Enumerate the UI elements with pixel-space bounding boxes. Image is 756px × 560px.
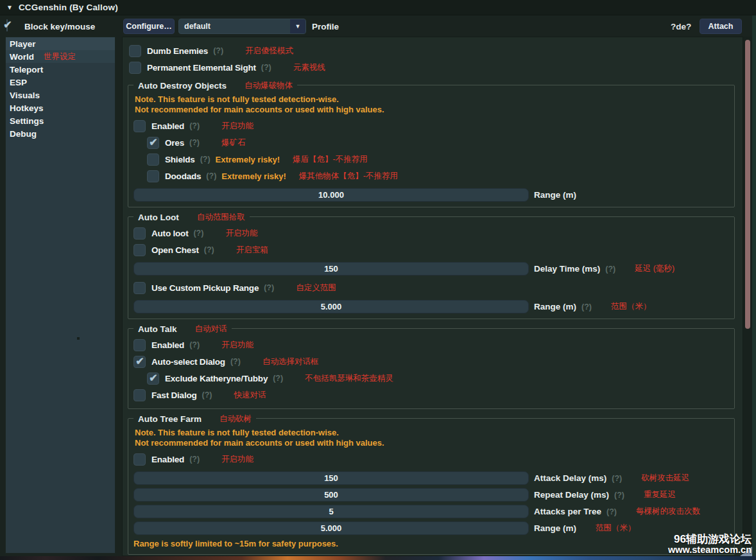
help-hint[interactable]: (?) (606, 507, 617, 516)
row-label: Use Custom Pickup Range (151, 283, 259, 293)
world-settings-panel: Dumb Enemies (?) 开启傻怪模式 Permanent Elemen… (122, 37, 743, 556)
sidebar-item-teleport[interactable]: Teleport (6, 63, 115, 76)
enabled-checkbox[interactable] (133, 120, 146, 132)
tree-range-slider[interactable]: 5.000 (133, 521, 529, 535)
permanent-elemental-sight-checkbox[interactable] (129, 62, 141, 74)
auto-select-dialog-checkbox[interactable] (133, 356, 146, 368)
auto-loot-checkbox[interactable] (133, 227, 146, 240)
slider-row-range: 5.000 Range (m) 范围（米） (133, 521, 729, 535)
slider-label: Attack Delay (ms) (534, 473, 606, 483)
pickup-range-slider[interactable]: 5.000 (133, 300, 529, 313)
help-hint[interactable]: (?) (581, 302, 592, 311)
group-cn-note: 自动范围拾取 (197, 212, 245, 223)
sidebar-item-visuals[interactable]: Visuals (6, 89, 115, 101)
mouse-cursor-dot (77, 337, 80, 340)
help-hint[interactable]: (?) (612, 474, 622, 483)
help-hint[interactable]: (?) (189, 138, 200, 147)
help-hint[interactable]: (?) (264, 283, 274, 292)
row-open-chest: Open Chest (?) 开启宝箱 (133, 241, 729, 258)
row-label: Permanent Elemental Sight (147, 63, 256, 73)
help-hint[interactable]: (?) (261, 63, 271, 72)
help-hint[interactable]: (?) (614, 491, 624, 500)
row-fast-dialog: Fast Dialog (?) 快速对话 (133, 387, 729, 403)
row-enabled: Enabled (?) 开启功能 (133, 118, 729, 134)
block-key-mouse-checkbox[interactable] (6, 19, 8, 31)
help-hint[interactable]: (?) (189, 455, 200, 464)
row-label: Dumb Enemies (147, 46, 208, 56)
help-hint[interactable]: (?) (202, 390, 212, 399)
profile-combo[interactable]: default ▼ (178, 19, 306, 34)
group-header: Auto Talk 自动对话 (133, 323, 232, 335)
scrollbar-thumb[interactable] (745, 40, 750, 329)
slider-value: 5 (329, 507, 333, 516)
slider-label: Delay Time (ms) (534, 264, 600, 274)
sidebar-item-esp[interactable]: ESP (6, 76, 115, 89)
dumb-enemies-checkbox[interactable] (129, 45, 141, 57)
collapse-icon[interactable]: ▼ (6, 4, 13, 11)
open-chest-checkbox[interactable] (133, 244, 146, 256)
help-hint[interactable]: (?) (273, 374, 283, 383)
help-hint[interactable]: (?) (605, 265, 615, 274)
exclude-katheryne-checkbox[interactable] (147, 372, 159, 385)
chevron-down-icon[interactable]: ▼ (290, 19, 305, 33)
window-right-edge (752, 15, 756, 556)
help-hint[interactable]: (?) (189, 340, 200, 349)
group-header: Auto Loot 自动范围拾取 (133, 211, 250, 223)
repeat-delay-slider[interactable]: 500 (133, 488, 529, 502)
check-icon (148, 372, 159, 384)
help-hint[interactable]: (?) (189, 121, 200, 130)
vertical-scrollbar[interactable] (743, 37, 752, 556)
slider-row-range: 10.000 Range (m) (133, 188, 729, 202)
shields-checkbox[interactable] (147, 153, 159, 166)
custom-pickup-range-checkbox[interactable] (133, 282, 146, 294)
row-auto-loot: Auto loot (?) 开启功能 (133, 225, 729, 241)
row-ores: Ores (?) 爆矿石 (133, 134, 729, 151)
group-auto-tree-farm: Auto Tree Farm 自动砍树 Note. This feature i… (128, 418, 735, 555)
delay-time-slider[interactable]: 150 (133, 262, 529, 276)
attacks-per-tree-slider[interactable]: 5 (133, 505, 529, 518)
group-cn-note: 自动爆破物体 (245, 80, 293, 91)
group-title: Auto Tree Farm (138, 414, 202, 424)
group-title: Auto Destroy Objects (138, 81, 227, 91)
help-hint[interactable]: (?) (204, 245, 214, 254)
slider-value: 10.000 (318, 190, 344, 200)
fast-dialog-checkbox[interactable] (133, 389, 146, 401)
group-title: Auto Loot (138, 213, 179, 222)
attack-delay-slider[interactable]: 150 (133, 471, 529, 485)
cn-note: 开启傻怪模式 (245, 46, 293, 57)
auto-talk-enabled-checkbox[interactable] (133, 339, 146, 351)
row-dumb-enemies: Dumb Enemies (?) 开启傻怪模式 (123, 42, 743, 59)
desktop-strip (0, 556, 756, 560)
toolbar: Block key/mouse Configure… default ▼ Pro… (0, 16, 756, 37)
doodads-checkbox[interactable] (147, 170, 159, 182)
cn-note: 元素视线 (293, 62, 325, 73)
row-label: Enabled (151, 455, 184, 464)
cn-note: 范围（米） (611, 301, 651, 312)
range-slider[interactable]: 10.000 (133, 188, 529, 202)
group-cn-note: 自动对话 (195, 324, 227, 335)
tree-farm-enabled-checkbox[interactable] (133, 453, 146, 466)
sidebar-item-settings[interactable]: Settings (6, 114, 115, 127)
window-titlebar[interactable]: ▼ CCGenshin (By Callow) (0, 0, 756, 15)
help-hint[interactable]: (?) (206, 171, 216, 180)
profile-combo-value: default (179, 22, 290, 31)
warning-text: Not recommended for main accounts or use… (135, 438, 729, 448)
ores-checkbox[interactable] (147, 137, 159, 149)
sidebar-item-debug[interactable]: Debug (6, 127, 115, 140)
help-hint[interactable]: (?) (230, 357, 241, 366)
cn-note: 延迟 (毫秒) (635, 263, 674, 274)
cn-note: 自动选择对话框 (262, 356, 319, 367)
cn-note: 不包括凯瑟琳和茶壶精灵 (305, 373, 393, 384)
help-hint[interactable]: (?) (193, 229, 203, 238)
cn-note: 自定义范围 (296, 283, 336, 293)
help-hint[interactable]: (?) (200, 155, 210, 164)
sidebar-item-player[interactable]: Player (6, 37, 115, 50)
sidebar-item-label: ESP (10, 78, 27, 87)
sidebar-item-world[interactable]: World 世界设定 (6, 50, 115, 63)
attach-button[interactable]: Attach (700, 19, 742, 34)
configure-button[interactable]: Configure… (123, 19, 175, 34)
cn-note: 爆盾【危】-不推荐用 (293, 154, 368, 165)
sidebar-item-hotkeys[interactable]: Hotkeys (6, 101, 115, 114)
help-hint[interactable]: (?) (213, 46, 223, 55)
cn-note: 快速对话 (234, 390, 266, 401)
